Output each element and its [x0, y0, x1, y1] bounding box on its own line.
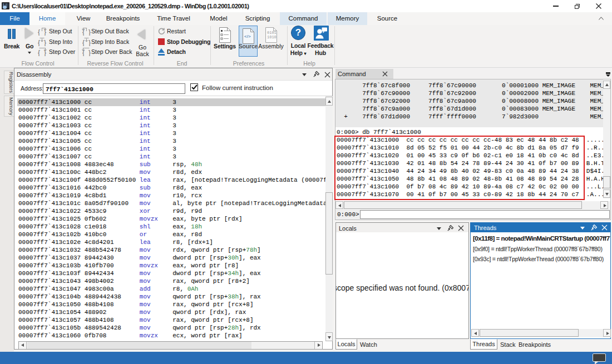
svg-text:}: } [82, 39, 85, 47]
svg-text:0101: 0101 [267, 31, 277, 35]
svg-text:{: { [38, 39, 40, 47]
svg-text:{: { [88, 49, 91, 57]
svg-text:{: { [38, 28, 40, 36]
svg-text:{: { [38, 49, 40, 57]
svg-text:{: { [88, 28, 91, 36]
svg-text:1010: 1010 [267, 35, 277, 39]
svg-text:}: } [44, 39, 46, 47]
svg-text:{: { [88, 39, 91, 47]
svg-text:</>: </> [244, 34, 251, 39]
